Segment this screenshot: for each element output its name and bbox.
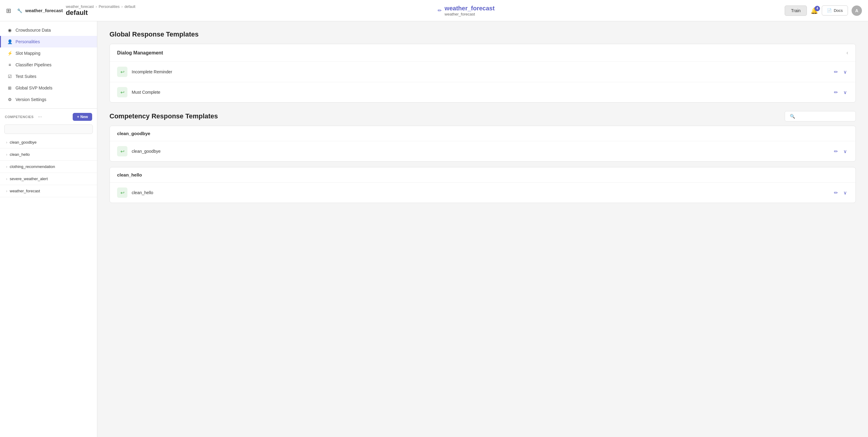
sidebar-item-version-settings[interactable]: ⚙ Version Settings <box>0 94 97 105</box>
version-settings-label: Version Settings <box>16 97 46 102</box>
slot-mapping-icon: ⚡ <box>7 51 12 56</box>
comp-label-clean_hello: clean_hello <box>10 152 30 157</box>
must-complete-edit-button[interactable]: ✏ <box>833 88 839 96</box>
main-content: Global Response Templates Dialog Managem… <box>97 21 868 437</box>
edit-pencil-icon[interactable]: ✏ <box>438 8 442 13</box>
notif-badge: 4 <box>814 6 820 11</box>
competency-response-section: Competency Response Templates 🔍 clean_go… <box>110 111 856 203</box>
project-name: weather_forecast <box>445 5 495 12</box>
comp-item-clothing_recommendation[interactable]: › clothing_recommendation <box>0 161 97 173</box>
docs-label: Docs <box>834 8 843 13</box>
page-title: default <box>66 9 135 17</box>
comp-item-severe_weather_alert[interactable]: › severe_weather_alert <box>0 173 97 185</box>
comp-item-clean_goodbye[interactable]: › clean_goodbye <box>0 136 97 148</box>
dialog-management-label: Dialog Management <box>117 50 163 56</box>
sidebar-item-global-svp[interactable]: ⊞ Global SVP Models <box>0 82 97 94</box>
version-settings-icon: ⚙ <box>7 97 12 102</box>
sidebar-item-classifier-pipelines[interactable]: ≡ Classifier Pipelines <box>0 59 97 70</box>
competencies-more-button[interactable]: ··· <box>36 114 44 120</box>
comp-label-weather_forecast: weather_forecast <box>10 189 40 193</box>
comp-chevron-weather_forecast: › <box>6 189 7 193</box>
comp-label-clothing_recommendation: clothing_recommendation <box>10 164 55 169</box>
global-section-title: Global Response Templates <box>110 30 856 38</box>
incomplete-reminder-expand-button[interactable]: ∨ <box>842 68 848 76</box>
new-competency-button[interactable]: + New <box>73 113 92 121</box>
header-left: ⊞ 🔧 weather_forecast weather_forecast › … <box>6 5 135 17</box>
plus-icon: + <box>77 115 79 119</box>
competency-search-input[interactable] <box>798 114 851 119</box>
sidebar-item-slot-mapping[interactable]: ⚡ Slot Mapping <box>0 48 97 59</box>
breadcrumb-arrow-1: › <box>95 5 97 9</box>
incomplete-reminder-icon: ↩ <box>117 67 127 77</box>
personalities-icon: 👤 <box>7 39 12 45</box>
test-suites-icon: ☑ <box>7 74 12 79</box>
clean-hello-icon: ↩ <box>117 187 127 198</box>
comp-chevron-clean_hello: › <box>6 152 7 157</box>
must-complete-expand-button[interactable]: ∨ <box>842 88 848 96</box>
new-label: New <box>80 115 88 119</box>
clean-hello-group-header: clean_hello <box>110 167 856 183</box>
incomplete-reminder-edit-button[interactable]: ✏ <box>833 68 839 76</box>
competencies-label: COMPETENCIES <box>5 115 34 119</box>
app-title: weather_forecast <box>25 8 63 13</box>
comp-label-severe_weather_alert: severe_weather_alert <box>10 176 48 181</box>
notification-button[interactable]: 🔔 4 <box>810 7 818 14</box>
sidebar-item-personalities[interactable]: 👤 Personalities <box>0 36 97 48</box>
search-icon: 🔍 <box>790 114 795 119</box>
global-svp-icon: ⊞ <box>7 85 12 91</box>
competencies-header-left: COMPETENCIES ··· <box>5 114 44 120</box>
breadcrumb-current[interactable]: default <box>124 5 135 9</box>
global-svp-label: Global SVP Models <box>16 86 52 90</box>
sidebar-item-test-suites[interactable]: ☑ Test Suites <box>0 70 97 82</box>
slot-mapping-label: Slot Mapping <box>16 51 40 56</box>
header-center: ✏ weather_forecast weather_forecast <box>135 5 785 17</box>
clean-hello-edit-button[interactable]: ✏ <box>833 189 839 197</box>
app-header: ⊞ 🔧 weather_forecast weather_forecast › … <box>0 0 868 21</box>
clean-goodbye-edit-button[interactable]: ✏ <box>833 147 839 155</box>
clean-hello-template-row: ↩ clean_hello ✏ ∨ <box>110 183 856 203</box>
apps-icon[interactable]: ⊞ <box>6 7 11 14</box>
sidebar-search-container <box>0 123 97 136</box>
dialog-management-header: Dialog Management ‹ <box>110 44 856 62</box>
competency-search-container: 🔍 <box>785 111 856 121</box>
test-suites-label: Test Suites <box>16 74 36 79</box>
must-complete-actions: ✏ ∨ <box>833 88 848 96</box>
clean-goodbye-group: clean_goodbye ↩ clean_goodbye ✏ ∨ <box>110 126 856 162</box>
crowdsource-label: Crowdsource Data <box>16 28 51 33</box>
clean-hello-expand-button[interactable]: ∨ <box>842 189 848 197</box>
incomplete-reminder-row: ↩ Incomplete Reminder ✏ ∨ <box>110 62 856 82</box>
must-complete-row: ↩ Must Complete ✏ ∨ <box>110 82 856 102</box>
competency-list: › clean_goodbye › clean_hello › clothing… <box>0 136 97 197</box>
sidebar-item-crowdsource[interactable]: ◉ Crowdsource Data <box>0 24 97 36</box>
main-layout: ◉ Crowdsource Data 👤 Personalities ⚡ Slo… <box>0 21 868 437</box>
must-complete-icon: ↩ <box>117 87 127 97</box>
train-button[interactable]: Train <box>785 5 807 16</box>
incomplete-reminder-actions: ✏ ∨ <box>833 68 848 76</box>
classifier-pipelines-label: Classifier Pipelines <box>16 62 52 67</box>
breadcrumb-arrow-2: › <box>121 5 123 9</box>
dialog-management-collapse[interactable]: ‹ <box>846 50 848 56</box>
must-complete-label: Must Complete <box>132 90 829 95</box>
comp-chevron-clothing_recommendation: › <box>6 165 7 169</box>
clean-goodbye-actions: ✏ ∨ <box>833 147 848 155</box>
breadcrumb-project[interactable]: weather_forecast <box>66 5 94 9</box>
sidebar-nav: ◉ Crowdsource Data 👤 Personalities ⚡ Slo… <box>0 21 97 109</box>
wrench-icon: 🔧 <box>17 8 22 13</box>
comp-item-weather_forecast[interactable]: › weather_forecast <box>0 185 97 197</box>
incomplete-reminder-label: Incomplete Reminder <box>132 69 829 74</box>
breadcrumb-path: weather_forecast › Personalities › defau… <box>66 5 135 9</box>
sidebar-search-input[interactable] <box>4 124 93 134</box>
clean-goodbye-icon: ↩ <box>117 146 127 156</box>
avatar[interactable]: A <box>851 5 862 16</box>
competency-response-header: Competency Response Templates 🔍 <box>110 111 856 121</box>
clean-goodbye-group-header: clean_goodbye <box>110 126 856 141</box>
breadcrumb: weather_forecast › Personalities › defau… <box>66 5 135 17</box>
clean-goodbye-expand-button[interactable]: ∨ <box>842 147 848 155</box>
comp-item-clean_hello[interactable]: › clean_hello <box>0 148 97 161</box>
breadcrumb-section[interactable]: Personalities <box>98 5 120 9</box>
personalities-label: Personalities <box>16 39 40 44</box>
comp-chevron-clean_goodbye: › <box>6 140 7 145</box>
docs-button[interactable]: 📄 Docs <box>822 5 848 16</box>
comp-label-clean_goodbye: clean_goodbye <box>10 140 36 145</box>
sidebar: ◉ Crowdsource Data 👤 Personalities ⚡ Slo… <box>0 21 97 437</box>
